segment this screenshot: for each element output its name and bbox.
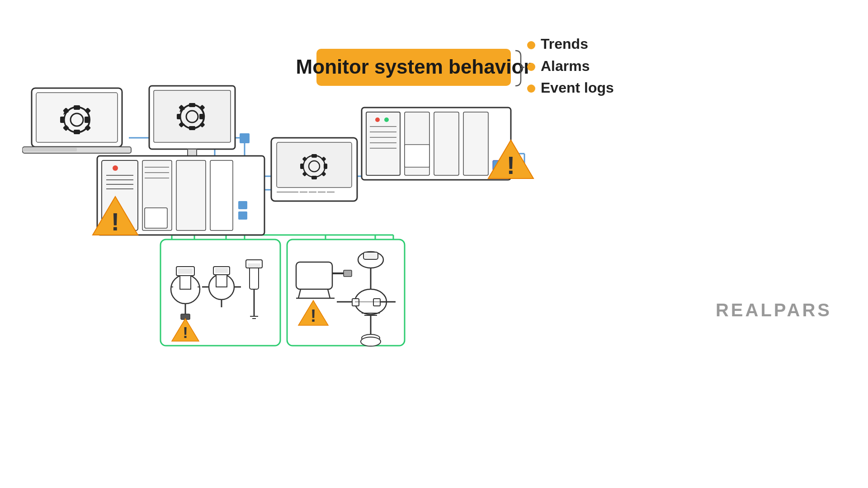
svg-point-96 bbox=[375, 117, 380, 122]
svg-rect-112 bbox=[180, 276, 191, 289]
svg-text:!: ! bbox=[507, 151, 515, 179]
svg-rect-78 bbox=[277, 142, 352, 188]
svg-rect-140 bbox=[344, 270, 352, 277]
svg-rect-43 bbox=[23, 148, 77, 151]
main-canvas: ! bbox=[0, 0, 868, 488]
svg-point-97 bbox=[384, 117, 389, 122]
svg-point-156 bbox=[361, 337, 381, 346]
svg-rect-72 bbox=[238, 201, 247, 209]
svg-rect-71 bbox=[210, 160, 233, 230]
svg-rect-114 bbox=[178, 268, 193, 274]
svg-text:Trends: Trends bbox=[541, 36, 588, 52]
svg-rect-50 bbox=[177, 114, 181, 119]
svg-point-161 bbox=[527, 63, 535, 71]
svg-rect-73 bbox=[238, 211, 247, 220]
svg-text:!: ! bbox=[311, 306, 316, 325]
svg-rect-51 bbox=[199, 114, 203, 119]
svg-rect-86 bbox=[311, 154, 317, 158]
svg-rect-147 bbox=[352, 299, 359, 306]
svg-rect-45 bbox=[154, 90, 231, 142]
svg-rect-89 bbox=[324, 164, 327, 169]
svg-rect-106 bbox=[405, 145, 429, 167]
svg-text:REALPARS: REALPARS bbox=[716, 300, 832, 320]
svg-rect-104 bbox=[434, 112, 459, 175]
svg-text:!: ! bbox=[183, 324, 188, 341]
svg-rect-30 bbox=[36, 93, 118, 142]
svg-rect-70 bbox=[176, 160, 206, 230]
svg-text:Alarms: Alarms bbox=[541, 58, 590, 74]
svg-rect-74 bbox=[145, 208, 167, 228]
svg-rect-146 bbox=[363, 252, 378, 259]
svg-rect-95 bbox=[366, 112, 400, 175]
svg-rect-35 bbox=[60, 117, 65, 123]
svg-rect-3 bbox=[240, 133, 250, 143]
svg-rect-134 bbox=[287, 239, 405, 346]
svg-text:!: ! bbox=[111, 208, 119, 236]
svg-rect-105 bbox=[463, 112, 488, 175]
svg-text:Monitor system behavior: Monitor system behavior bbox=[296, 56, 532, 78]
svg-rect-148 bbox=[373, 299, 380, 306]
svg-rect-135 bbox=[296, 262, 332, 289]
svg-rect-133 bbox=[248, 263, 260, 267]
svg-rect-122 bbox=[216, 274, 227, 287]
svg-point-163 bbox=[527, 84, 535, 93]
svg-rect-36 bbox=[85, 117, 89, 123]
svg-point-159 bbox=[527, 41, 535, 49]
svg-point-61 bbox=[113, 165, 118, 171]
svg-rect-87 bbox=[311, 176, 317, 179]
svg-text:Event logs: Event logs bbox=[541, 80, 614, 96]
svg-rect-88 bbox=[300, 164, 304, 169]
svg-rect-124 bbox=[215, 268, 228, 273]
